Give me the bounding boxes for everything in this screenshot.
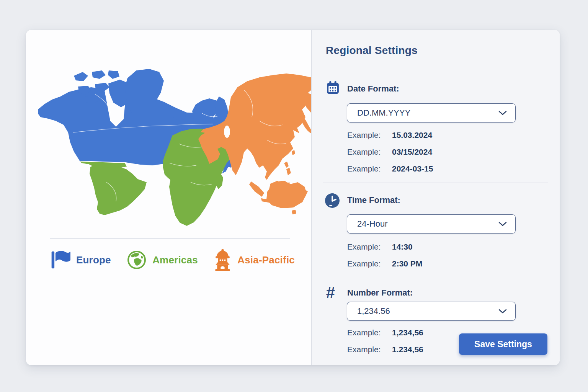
date-example-row-1: Example: 15.03.2024 <box>347 131 432 140</box>
example-label: Example: <box>347 131 392 140</box>
time-format-select[interactable]: 24-Hour <box>347 214 516 234</box>
example-label: Example: <box>347 328 392 337</box>
section-divider <box>323 275 548 275</box>
hash-icon: # <box>326 285 335 301</box>
save-settings-button[interactable]: Save Settings <box>459 333 547 355</box>
section-divider <box>323 183 548 183</box>
time-example-2: 2:30 PM <box>392 259 422 268</box>
time-example-row-2: Example: 2:30 PM <box>347 259 422 268</box>
legend-label-asia-pacific: Asia-Pacific <box>237 254 295 266</box>
time-example-1: 14:30 <box>392 242 413 252</box>
legend-item-europe: Europe <box>50 249 111 271</box>
regional-settings-card: Europe Americas <box>26 30 560 365</box>
legend-item-americas: Americas <box>127 250 198 270</box>
flag-icon <box>50 249 70 271</box>
date-example-3: 2024-03-15 <box>392 164 433 173</box>
legend-label-europe: Europe <box>76 254 111 266</box>
time-example-row-1: Example: 14:30 <box>347 242 413 252</box>
number-format-label: Number Format: <box>347 288 413 298</box>
page-title: Regional Settings <box>326 44 418 57</box>
date-example-row-2: Example: 03/15/2024 <box>347 147 432 157</box>
pagoda-icon <box>214 249 232 271</box>
map-panel: Europe Americas <box>26 30 312 365</box>
legend-divider <box>50 238 290 239</box>
date-example-1: 15.03.2024 <box>392 131 432 140</box>
legend-label-americas: Americas <box>152 254 198 266</box>
chevron-down-icon <box>498 309 507 314</box>
number-example-row-1: Example: 1,234,56 <box>347 328 423 337</box>
header-divider <box>312 68 560 68</box>
globe-icon <box>127 250 147 270</box>
calendar-icon <box>326 80 340 95</box>
chevron-down-icon <box>498 222 507 226</box>
number-example-1: 1,234,56 <box>392 328 423 337</box>
chevron-down-icon <box>498 111 507 115</box>
time-format-value: 24-Hour <box>357 219 387 229</box>
example-label: Example: <box>347 147 392 157</box>
number-format-value: 1,234.56 <box>357 306 390 316</box>
number-format-select[interactable]: 1,234.56 <box>347 302 516 321</box>
date-example-row-3: Example: 2024-03-15 <box>347 164 433 173</box>
map-legend: Europe Americas <box>50 248 295 272</box>
example-label: Example: <box>347 164 392 173</box>
example-label: Example: <box>347 242 392 252</box>
date-format-select[interactable]: DD.MM.YYYY <box>347 103 516 122</box>
world-map <box>38 67 312 231</box>
settings-panel: Regional Settings Date Format: DD.MM.YYY… <box>312 30 560 365</box>
time-format-label: Time Format: <box>347 195 400 205</box>
example-label: Example: <box>347 259 392 268</box>
number-example-2: 1.234,56 <box>392 345 423 354</box>
legend-item-asia-pacific: Asia-Pacific <box>214 249 295 271</box>
clock-icon <box>325 193 340 208</box>
example-label: Example: <box>347 345 392 354</box>
date-format-label: Date Format: <box>347 84 399 94</box>
number-example-row-2: Example: 1.234,56 <box>347 345 423 354</box>
date-format-value: DD.MM.YYYY <box>357 108 410 118</box>
date-example-2: 03/15/2024 <box>392 147 432 157</box>
